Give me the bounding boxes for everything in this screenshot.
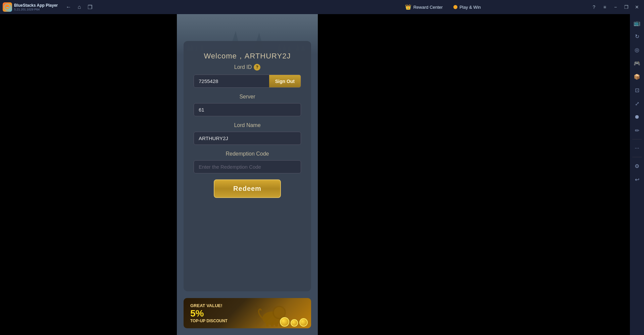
lord-id-label: Lord ID ? (194, 64, 301, 71)
multi-button[interactable]: ❐ (85, 2, 95, 12)
percent-value: 5% (190, 308, 204, 319)
redeem-button[interactable]: Redeem (214, 179, 281, 198)
banner-text: GREAT VALUE! 5% TOP-UP DISCOUNT (190, 303, 228, 324)
reward-center-label: Reward Center (413, 5, 443, 10)
gear-icon[interactable]: ⚙ (631, 160, 643, 172)
screenshot-icon[interactable]: ⊡ (631, 84, 643, 96)
lord-name-input (194, 132, 301, 145)
restore-button[interactable]: ❐ (622, 3, 631, 11)
home-button[interactable]: ⌂ (75, 2, 84, 12)
menu-button[interactable]: ≡ (600, 3, 609, 11)
right-area: 📺 ↻ ◎ 🎮 📦 ⊡ ⤢ ⏺ ✏ ··· ⚙ ↩ (318, 14, 644, 335)
back-button[interactable]: ← (64, 2, 73, 12)
close-button[interactable]: ✕ (633, 3, 641, 11)
title-bar-center: 👑 Reward Center Play & Win (296, 3, 590, 11)
back-icon[interactable]: ↩ (631, 173, 643, 185)
percent-text: 5% (190, 309, 228, 318)
display-icon[interactable]: 📺 (631, 17, 643, 29)
apk-icon[interactable]: 📦 (631, 71, 643, 83)
lord-name-label: Lord Name (194, 122, 301, 128)
server-label: Server (194, 94, 301, 100)
help-icon[interactable]: ? (254, 64, 260, 71)
record-icon[interactable]: ⏺ (631, 111, 643, 123)
reward-center-button[interactable]: 👑 Reward Center (402, 3, 445, 11)
title-bar-nav: ← ⌂ ❐ (64, 2, 95, 12)
svg-rect-10 (275, 323, 278, 327)
rotate-icon[interactable]: ↻ (631, 30, 643, 42)
app-version: 5.21.201.1029 P64 (14, 8, 58, 11)
gamepad-icon[interactable]: 🎮 (631, 57, 643, 69)
redemption-code-label: Redemption Code (194, 151, 301, 157)
title-bar-right: ? ≡ − ❐ ✕ (590, 3, 641, 11)
help-button[interactable]: ? (590, 3, 598, 11)
crown-icon: 👑 (405, 4, 411, 10)
title-bar: BlueStacks App Player 5.21.201.1029 P64 … (0, 0, 644, 14)
lord-id-label-text: Lord ID (234, 64, 252, 70)
game-area: Welcome，ARTHURY2J Lord ID ? Sign Out Ser… (177, 14, 318, 335)
minimize-button[interactable]: − (611, 3, 620, 11)
edit-icon[interactable]: ✏ (631, 124, 643, 136)
right-sidebar: 📺 ↻ ◎ 🎮 📦 ⊡ ⤢ ⏺ ✏ ··· ⚙ ↩ (630, 14, 644, 335)
banner[interactable]: GREAT VALUE! 5% TOP-UP DISCOUNT (184, 298, 311, 328)
lord-id-input[interactable] (194, 75, 269, 87)
orange-dot-icon (453, 5, 457, 9)
redemption-card: Welcome，ARTHURY2J Lord ID ? Sign Out Ser… (184, 41, 311, 291)
more-icon[interactable]: ··· (631, 142, 643, 154)
app-logo (3, 2, 12, 12)
svg-rect-9 (271, 323, 274, 327)
sidebar-divider (632, 139, 642, 139)
welcome-text: Welcome，ARTHURY2J (194, 51, 301, 61)
resize-icon[interactable]: ⤢ (631, 97, 643, 110)
sidebar-divider-2 (632, 157, 642, 157)
play-win-label: Play & Win (459, 5, 481, 10)
redemption-code-input[interactable] (194, 160, 301, 173)
left-area (0, 14, 177, 335)
top-up-text: TOP-UP DISCOUNT (190, 318, 228, 324)
lord-id-row: Sign Out (194, 75, 301, 88)
svg-rect-8 (266, 323, 268, 327)
location-icon[interactable]: ◎ (631, 44, 643, 56)
app-name: BlueStacks App Player (14, 3, 58, 8)
title-bar-left: BlueStacks App Player 5.21.201.1029 P64 … (3, 2, 296, 12)
sign-out-button[interactable]: Sign Out (269, 75, 301, 87)
main-area: Welcome，ARTHURY2J Lord ID ? Sign Out Ser… (0, 14, 644, 335)
server-input (194, 103, 301, 116)
play-win-button[interactable]: Play & Win (451, 3, 484, 11)
gold-coins (280, 317, 308, 327)
